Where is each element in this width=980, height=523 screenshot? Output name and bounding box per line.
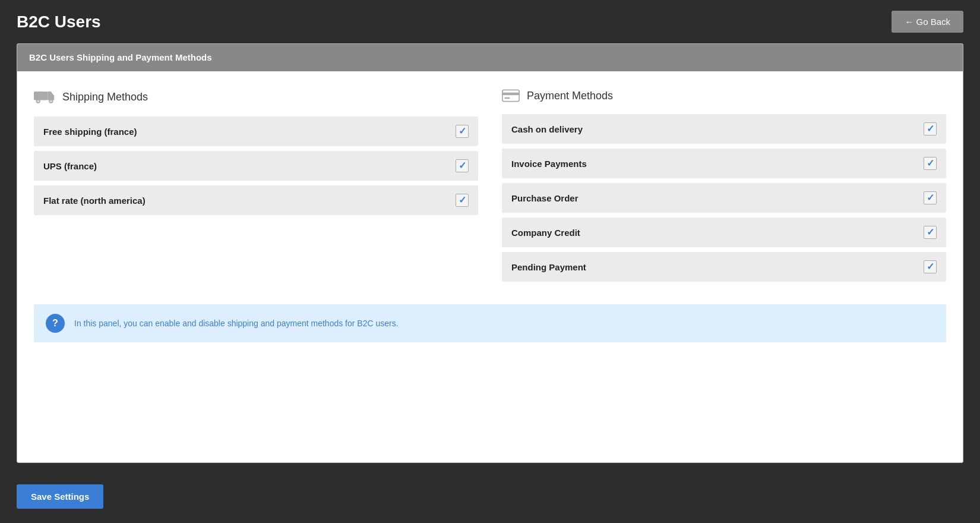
- checkmark-icon: ✓: [927, 193, 934, 203]
- payment-method-item: Invoice Payments ✓: [502, 149, 946, 178]
- shipping-method-checkbox[interactable]: ✓: [456, 194, 469, 207]
- payment-method-checkbox[interactable]: ✓: [924, 157, 937, 170]
- shipping-section-header: Shipping Methods: [34, 89, 478, 105]
- shipping-column: Shipping Methods Free shipping (france) …: [34, 89, 478, 286]
- payment-method-label: Company Credit: [511, 228, 580, 238]
- payment-method-item: Pending Payment ✓: [502, 252, 946, 282]
- checkmark-icon: ✓: [459, 196, 466, 205]
- shipping-method-label: Flat rate (north america): [43, 196, 146, 206]
- svg-rect-0: [34, 92, 48, 100]
- checkmark-icon: ✓: [459, 161, 466, 171]
- credit-card-icon: [502, 89, 520, 102]
- checkmark-icon: ✓: [927, 124, 934, 134]
- checkmark-icon: ✓: [459, 127, 466, 136]
- info-box: ? In this panel, you can enable and disa…: [34, 304, 946, 342]
- payment-method-item: Cash on delivery ✓: [502, 114, 946, 144]
- svg-rect-6: [502, 90, 519, 101]
- save-settings-button[interactable]: Save Settings: [17, 484, 103, 509]
- checkmark-icon: ✓: [927, 262, 934, 272]
- info-icon: ?: [46, 314, 65, 333]
- main-container: B2C Users Shipping and Payment Methods S: [17, 43, 963, 463]
- svg-rect-7: [502, 93, 519, 95]
- page-header: B2C Users ← Go Back: [0, 0, 980, 43]
- shipping-method-checkbox[interactable]: ✓: [456, 125, 469, 138]
- shipping-method-label: UPS (france): [43, 161, 97, 171]
- go-back-button[interactable]: ← Go Back: [892, 11, 963, 33]
- svg-marker-1: [48, 92, 54, 100]
- shipping-method-label: Free shipping (france): [43, 127, 137, 137]
- shipping-method-item: Flat rate (north america) ✓: [34, 185, 478, 215]
- svg-point-5: [50, 100, 52, 102]
- payment-method-item: Purchase Order ✓: [502, 183, 946, 213]
- svg-point-3: [37, 100, 39, 102]
- payment-method-checkbox[interactable]: ✓: [924, 260, 937, 273]
- svg-rect-8: [504, 97, 510, 99]
- shipping-methods-list: Free shipping (france) ✓ UPS (france) ✓ …: [34, 116, 478, 215]
- payment-method-label: Cash on delivery: [511, 124, 583, 134]
- payment-method-checkbox[interactable]: ✓: [924, 226, 937, 239]
- payment-method-item: Company Credit ✓: [502, 218, 946, 247]
- page-footer: Save Settings: [0, 475, 980, 523]
- payment-section-header: Payment Methods: [502, 89, 946, 102]
- card-body: Shipping Methods Free shipping (france) …: [17, 71, 963, 360]
- info-text: In this panel, you can enable and disabl…: [74, 319, 399, 328]
- payment-column: Payment Methods Cash on delivery ✓ Invoi…: [502, 89, 946, 286]
- shipping-section-title: Shipping Methods: [62, 91, 148, 103]
- checkmark-icon: ✓: [927, 228, 934, 237]
- columns-layout: Shipping Methods Free shipping (france) …: [34, 89, 946, 286]
- checkmark-icon: ✓: [927, 159, 934, 168]
- card-header-title: B2C Users Shipping and Payment Methods: [29, 52, 212, 62]
- payment-section-title: Payment Methods: [527, 90, 613, 102]
- payment-method-label: Purchase Order: [511, 193, 578, 203]
- page-title: B2C Users: [17, 12, 101, 31]
- card-header: B2C Users Shipping and Payment Methods: [17, 44, 963, 71]
- shipping-method-checkbox[interactable]: ✓: [456, 159, 469, 172]
- truck-icon: [34, 89, 55, 105]
- shipping-method-item: UPS (france) ✓: [34, 151, 478, 181]
- payment-method-label: Invoice Payments: [511, 159, 587, 169]
- payment-method-label: Pending Payment: [511, 262, 586, 272]
- payment-method-checkbox[interactable]: ✓: [924, 122, 937, 136]
- shipping-method-item: Free shipping (france) ✓: [34, 116, 478, 146]
- payment-method-checkbox[interactable]: ✓: [924, 191, 937, 204]
- payment-methods-list: Cash on delivery ✓ Invoice Payments ✓ Pu…: [502, 114, 946, 282]
